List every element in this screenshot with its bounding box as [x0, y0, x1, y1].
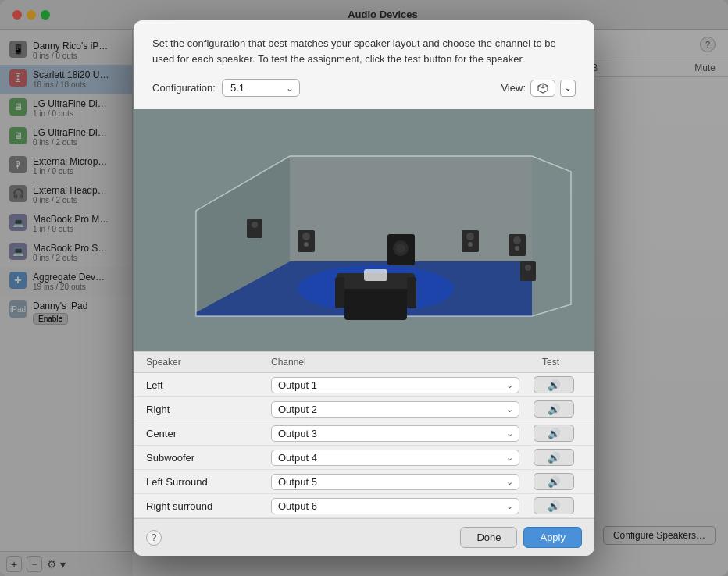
channel-select-center[interactable]: Output 1Output 2 Output 3Output 4 Output… — [271, 425, 519, 442]
test-button-left-surround[interactable]: 🔊 — [534, 473, 574, 490]
speaker-row-left: Left Output 1 Output 2Output 3Output 4 O… — [134, 373, 594, 397]
room-visualization — [134, 109, 594, 351]
speaker-table: Speaker Channel Test Left Output 1 Outpu… — [134, 351, 594, 518]
channel-select-right[interactable]: Output 1 Output 2Output 3Output 4 Output… — [271, 401, 519, 418]
apply-button[interactable]: Apply — [523, 527, 582, 548]
speaker-name-right: Right — [146, 404, 271, 415]
speaker-row-right: Right Output 1 Output 2Output 3Output 4 … — [134, 397, 594, 421]
test-button-center[interactable]: 🔊 — [534, 425, 574, 442]
svg-point-17 — [304, 242, 309, 247]
room-svg — [134, 109, 594, 351]
modal-description: Set the configuration that best matches … — [152, 36, 576, 66]
test-button-right[interactable]: 🔊 — [534, 400, 574, 418]
svg-point-30 — [525, 265, 531, 271]
view-row: View: ⌄ — [501, 80, 576, 97]
config-select-wrapper: Stereo 4.0 5.1 7.1 Binaural — [222, 79, 300, 97]
svg-line-2 — [543, 86, 548, 88]
speaker-test-icon: 🔊 — [548, 404, 561, 415]
speaker-test-icon: 🔊 — [548, 379, 561, 391]
channel-select-sub-wrapper: Output 1Output 2Output 3 Output 4 Output… — [271, 450, 519, 466]
svg-rect-14 — [364, 269, 387, 281]
config-label: Configuration: — [152, 82, 216, 94]
channel-select-left-surround[interactable]: Output 1Output 2Output 3Output 4 Output … — [271, 474, 519, 490]
test-button-left[interactable]: 🔊 — [534, 376, 574, 393]
svg-marker-7 — [532, 156, 571, 304]
modal-top: Set the configuration that best matches … — [134, 20, 594, 109]
done-button[interactable]: Done — [460, 527, 517, 548]
footer-buttons: Done Apply — [460, 527, 582, 548]
channel-select-rs-wrapper: Output 1Output 2Output 3Output 4 Output … — [271, 498, 519, 514]
svg-rect-29 — [520, 261, 536, 281]
speaker-test-icon: 🔊 — [548, 476, 561, 488]
modal-config-row: Configuration: Stereo 4.0 5.1 7.1 Binaur… — [152, 79, 576, 97]
speaker-row-center: Center Output 1Output 2 Output 3Output 4… — [134, 421, 594, 446]
speaker-name-subwoofer: Subwoofer — [146, 452, 271, 464]
configure-speakers-modal: Set the configuration that best matches … — [134, 20, 594, 556]
svg-line-3 — [538, 86, 543, 88]
config-left: Configuration: Stereo 4.0 5.1 7.1 Binaur… — [152, 79, 300, 97]
speaker-name-left-surround: Left Surround — [146, 476, 271, 488]
channel-select-right-surround[interactable]: Output 1Output 2Output 3Output 4 Output … — [271, 498, 519, 514]
speaker-test-icon: 🔊 — [548, 452, 561, 464]
channel-select-left-wrapper: Output 1 Output 2Output 3Output 4 Output… — [271, 377, 519, 393]
configuration-select[interactable]: Stereo 4.0 5.1 7.1 Binaural — [222, 79, 300, 97]
speaker-name-center: Center — [146, 428, 271, 439]
speaker-name-left: Left — [146, 379, 271, 391]
cube-icon — [537, 82, 549, 94]
modal-help-button[interactable]: ? — [146, 530, 162, 546]
view-3d-button[interactable] — [530, 80, 555, 97]
test-button-right-surround[interactable]: 🔊 — [534, 497, 574, 514]
channel-select-ls-wrapper: Output 1Output 2Output 3Output 4 Output … — [271, 474, 519, 490]
col-test: Test — [519, 357, 582, 368]
col-speaker: Speaker — [146, 357, 271, 368]
col-channel: Channel — [271, 357, 519, 368]
svg-point-16 — [302, 233, 310, 240]
svg-point-28 — [515, 246, 519, 251]
speaker-table-header: Speaker Channel Test — [134, 352, 594, 373]
channel-select-right-wrapper: Output 1 Output 2Output 3Output 4 Output… — [271, 401, 519, 418]
svg-rect-18 — [247, 219, 262, 238]
speaker-test-icon: 🔊 — [548, 428, 561, 439]
modal-overlay: Set the configuration that best matches … — [0, 0, 728, 576]
channel-select-center-wrapper: Output 1Output 2 Output 3Output 4 Output… — [271, 425, 519, 442]
svg-point-24 — [466, 233, 474, 240]
speaker-test-icon: 🔊 — [548, 500, 561, 512]
speaker-row-left-surround: Left Surround Output 1Output 2Output 3Ou… — [134, 470, 594, 494]
svg-rect-13 — [407, 277, 416, 308]
speaker-name-right-surround: Right surround — [146, 500, 271, 512]
test-button-subwoofer[interactable]: 🔊 — [534, 449, 574, 466]
svg-point-22 — [396, 244, 405, 253]
modal-footer: ? Done Apply — [134, 518, 594, 556]
svg-point-27 — [513, 236, 521, 244]
view-toggle-button[interactable]: ⌄ — [560, 80, 576, 97]
channel-select-left[interactable]: Output 1 Output 2Output 3Output 4 Output… — [271, 377, 519, 393]
svg-point-19 — [252, 222, 258, 228]
view-label: View: — [501, 82, 526, 94]
speaker-row-subwoofer: Subwoofer Output 1Output 2Output 3 Outpu… — [134, 446, 594, 470]
channel-select-subwoofer[interactable]: Output 1Output 2Output 3 Output 4 Output… — [271, 450, 519, 466]
svg-point-25 — [468, 242, 473, 247]
svg-rect-12 — [335, 277, 344, 308]
speaker-row-right-surround: Right surround Output 1Output 2Output 3O… — [134, 494, 594, 518]
